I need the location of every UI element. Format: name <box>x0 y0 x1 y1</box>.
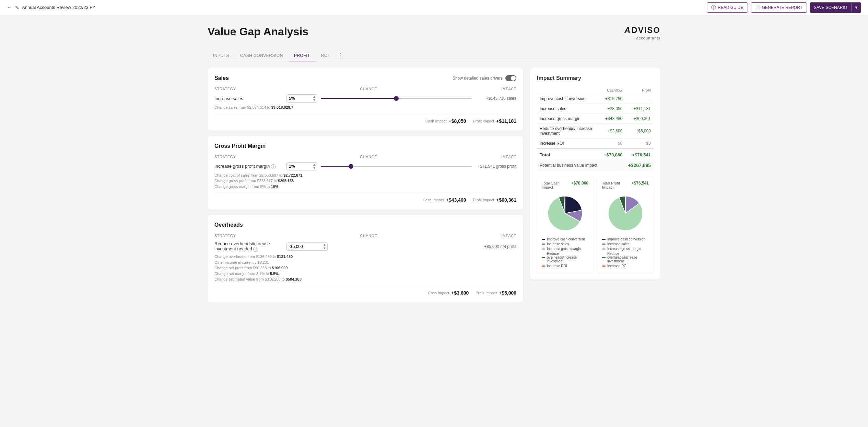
gp-slider-thumb[interactable] <box>349 164 353 169</box>
oh-change-col: Change <box>360 234 377 238</box>
oh-change-select-wrapper: -$1,000-$2,000-$3,000-$4,000-$5,000 ▲▼ <box>286 242 328 251</box>
legend-item: Improve cash conversion <box>542 237 588 241</box>
generate-report-button[interactable]: 📄 GENERATE REPORT <box>751 2 807 13</box>
oh-cash-value: +$3,600 <box>451 290 469 296</box>
sales-toggle-row: Show detailed sales drivers <box>453 75 516 81</box>
impact-total-label: Total <box>537 149 601 160</box>
legend-item: Increase sales <box>542 242 588 246</box>
gp-profit-impact: Profit Impact +$60,361 <box>473 197 516 203</box>
impact-row-cashflow: +$43,460 <box>601 114 625 124</box>
impact-profit-col: Profit <box>625 87 654 94</box>
pie-section: Total Cash Impact +$70,860 Improve cash … <box>537 176 654 273</box>
sales-profit-value: +$11,181 <box>496 118 516 124</box>
edit-icon[interactable]: ✎ <box>15 5 19 10</box>
gp-slider[interactable] <box>321 163 472 170</box>
page-title: Value Gap Analysis <box>208 25 308 38</box>
gp-info-icon[interactable]: i <box>271 164 276 169</box>
legend-item: Increase ROI <box>602 264 649 268</box>
gp-cash-impact: Cash Impact +$43,460 <box>423 197 466 203</box>
sales-strategy-header: Strategy Change Impact <box>214 87 516 91</box>
oh-strategy-name: Reduce overheads/increase investment nee… <box>214 241 283 252</box>
gp-cash-label: Cash Impact <box>423 198 444 202</box>
oh-profit-impact: Profit Impact +$5,000 <box>476 290 516 296</box>
sales-title: Sales <box>214 75 229 81</box>
tab-inputs[interactable]: INPUTS <box>208 50 235 61</box>
gp-change-select[interactable]: 1%2%3% <box>286 162 317 170</box>
sales-slider[interactable] <box>321 95 472 102</box>
overheads-title: Overheads <box>214 222 243 228</box>
save-scenario-label[interactable]: SAVE SCENARIO <box>810 3 852 12</box>
cash-pie-chart <box>544 193 586 234</box>
impact-row-profit: $0 <box>625 139 654 149</box>
tab-more-icon[interactable]: ⋮ <box>335 50 346 61</box>
gp-impact-value: +$71,541 gross profit <box>475 164 516 169</box>
gp-slider-fill <box>321 166 351 167</box>
oh-impact-value: +$5,000 net profit <box>475 244 516 249</box>
logo-name: ADVISO <box>624 25 660 35</box>
cash-pie-legend: Improve cash conversionIncrease salesInc… <box>542 237 588 268</box>
read-guide-button[interactable]: ⓘ READ GUIDE <box>707 2 748 13</box>
impact-row-profit: +$11,181 <box>625 104 654 114</box>
gp-change-select-wrapper: 1%2%3% ▲▼ <box>286 162 317 170</box>
oh-info-icon[interactable]: i <box>253 247 258 252</box>
impact-row-cashflow: +$15,750 <box>601 94 625 104</box>
oh-sub-text: Change overheads from $136,480 to $131,4… <box>214 254 516 282</box>
legend-item: Improve cash conversion <box>602 237 649 241</box>
tab-cash-conversion[interactable]: CASH CONVERSION <box>235 50 289 61</box>
profit-pie-card: Total Profit Impact +$76,541 Improve cas… <box>597 176 654 273</box>
legend-item: Increase sales <box>602 242 649 246</box>
back-icon[interactable]: ← <box>7 4 12 11</box>
impact-summary-title: Impact Summary <box>537 75 654 81</box>
breadcrumb-title: Annual Accounts Review 2022/23 FY <box>22 5 95 10</box>
profit-pie-header: Total Profit Impact +$76,541 <box>602 181 649 189</box>
tab-roi[interactable]: ROI <box>316 50 335 61</box>
sales-change-select[interactable]: 1%2%3%4%5%6% <box>286 94 317 103</box>
gp-profit-value: +$60,361 <box>496 197 516 203</box>
logo-sub: accountants <box>624 35 660 40</box>
logo: ADVISO accountants <box>624 25 660 40</box>
impact-row-cashflow: $0 <box>601 139 625 149</box>
legend-item: Reduce overheads/increase investment <box>602 252 649 263</box>
gross-profit-header: Gross Profit Margin <box>214 143 516 149</box>
profit-pie-value: +$76,541 <box>632 181 649 186</box>
legend-item: Increase gross margin <box>542 247 588 251</box>
tab-bar: INPUTS CASH CONVERSION PROFIT ROI ⋮ <box>208 50 660 61</box>
sales-slider-thumb[interactable] <box>394 96 399 101</box>
sales-detailed-toggle[interactable] <box>505 75 516 81</box>
cash-pie-value: +$70,860 <box>571 181 588 186</box>
gp-slider-track <box>321 166 472 167</box>
info-circle-icon: ⓘ <box>711 4 716 11</box>
sales-slider-fill <box>321 98 396 99</box>
strategy-col-label: Strategy <box>214 87 236 91</box>
sales-strategy-name: Increase sales <box>214 96 283 101</box>
topbar-actions: ⓘ READ GUIDE 📄 GENERATE REPORT SAVE SCEN… <box>707 2 861 13</box>
impact-row-label: Reduce overheads/ increase investment <box>537 124 601 139</box>
gp-card-footer: Cash Impact +$43,460 Profit Impact +$60,… <box>214 193 516 203</box>
oh-impact-col: Impact <box>501 234 516 238</box>
topbar-left: ← ✎ Annual Accounts Review 2022/23 FY <box>7 4 95 11</box>
save-scenario-arrow[interactable]: ▼ <box>852 3 861 12</box>
impact-row-label: Increase ROI <box>537 139 601 149</box>
sales-cash-label: Cash Impact <box>425 119 447 123</box>
oh-change-select[interactable]: -$1,000-$2,000-$3,000-$4,000-$5,000 <box>286 242 328 251</box>
sales-change-select-wrapper: 1%2%3%4%5%6% ▲▼ <box>286 94 317 103</box>
impact-row-profit: – <box>625 94 654 104</box>
cash-pie-card: Total Cash Impact +$70,860 Improve cash … <box>537 176 593 273</box>
impact-row-label: Increase sales <box>537 104 601 114</box>
profit-pie-title: Total Profit Impact <box>602 181 632 189</box>
sales-impact-value: +$143,716 sales <box>475 96 516 101</box>
gp-cash-value: +$43,460 <box>446 197 466 203</box>
impact-row-profit: +$60,361 <box>625 114 654 124</box>
oh-strategy-col: Strategy <box>214 234 236 238</box>
sales-cash-impact: Cash Impact +$8,050 <box>425 118 466 124</box>
profit-pie-legend: Improve cash conversionIncrease salesInc… <box>602 237 649 268</box>
impact-blank-col <box>537 87 601 94</box>
document-icon: 📄 <box>755 5 760 10</box>
sales-profit-label: Profit Impact <box>473 119 494 123</box>
oh-card-footer: Cash Impact +$3,600 Profit Impact +$5,00… <box>214 286 516 296</box>
save-scenario-button[interactable]: SAVE SCENARIO ▼ <box>810 2 861 13</box>
overheads-strategy-row: Reduce overheads/increase investment nee… <box>214 241 516 252</box>
content-columns: Sales Show detailed sales drivers Strate… <box>208 68 660 303</box>
sales-sub-text: Change sales from $2,874,314 to $3,018,0… <box>214 105 516 110</box>
tab-profit[interactable]: PROFIT <box>289 50 316 61</box>
